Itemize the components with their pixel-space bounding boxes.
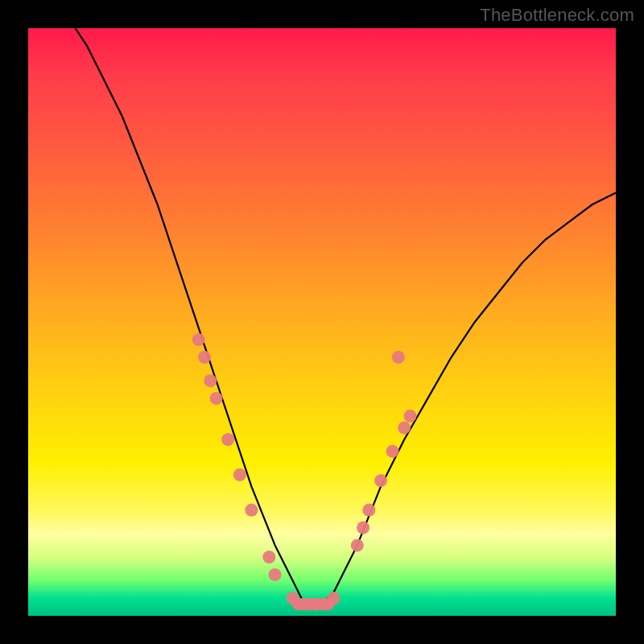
- marker-point: [404, 410, 417, 423]
- bottleneck-curve: [75, 28, 616, 604]
- marker-point: [204, 374, 217, 387]
- marker-point: [357, 522, 369, 535]
- marker-point: [374, 474, 387, 487]
- marker-point: [392, 351, 405, 364]
- plot-area: [28, 28, 616, 616]
- marker-point: [192, 333, 205, 346]
- marker-point: [210, 392, 223, 405]
- min-bar: [293, 599, 334, 609]
- marker-point: [269, 568, 282, 581]
- marker-group: [192, 333, 417, 611]
- marker-point: [198, 351, 211, 364]
- chart-frame: TheBottleneck.com: [0, 0, 644, 644]
- marker-point: [386, 445, 399, 458]
- watermark-text: TheBottleneck.com: [480, 5, 634, 26]
- marker-point: [362, 504, 375, 517]
- marker-point: [351, 539, 364, 551]
- curve-line: [75, 28, 616, 604]
- marker-point: [262, 551, 275, 564]
- marker-point: [398, 421, 411, 434]
- marker-point: [233, 469, 246, 481]
- marker-point: [221, 433, 234, 446]
- marker-point: [245, 504, 258, 517]
- chart-overlay: [28, 28, 616, 616]
